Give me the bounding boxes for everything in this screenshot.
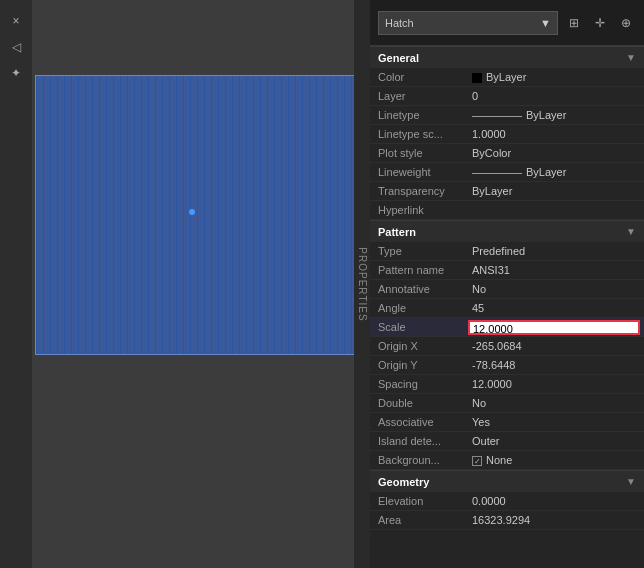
properties-content: General ▼ Color ByLayer Layer 0 Linetype… xyxy=(370,46,644,568)
transparency-row: Transparency ByLayer xyxy=(370,182,644,201)
close-icon[interactable]: × xyxy=(5,10,27,32)
angle-value[interactable]: 45 xyxy=(468,302,644,314)
elevation-row: Elevation 0.0000 xyxy=(370,492,644,511)
scale-value[interactable]: 12.0000 xyxy=(468,320,640,335)
layer-label: Layer xyxy=(378,90,468,102)
type-value[interactable]: Predefined xyxy=(468,245,644,257)
origin-y-value[interactable]: -78.6448 xyxy=(468,359,644,371)
color-value[interactable]: ByLayer xyxy=(468,71,644,83)
transparency-label: Transparency xyxy=(378,185,468,197)
elevation-value[interactable]: 0.0000 xyxy=(468,495,644,507)
svg-rect-1 xyxy=(36,76,354,354)
double-row: Double No xyxy=(370,394,644,413)
left-toolbar: × ◁ ✦ xyxy=(0,0,32,568)
area-label: Area xyxy=(378,514,468,526)
plot-style-value[interactable]: ByColor xyxy=(468,147,644,159)
linetype-value[interactable]: ByLayer xyxy=(468,109,644,121)
hyperlink-row: Hyperlink xyxy=(370,201,644,220)
lineweight-row: Lineweight ByLayer xyxy=(370,163,644,182)
associative-label: Associative xyxy=(378,416,468,428)
angle-label: Angle xyxy=(378,302,468,314)
pin-icon[interactable]: ◁ xyxy=(5,36,27,58)
area-row: Area 16323.9294 xyxy=(370,511,644,530)
background-label: Backgroun... xyxy=(378,454,468,466)
pattern-section-title: Pattern xyxy=(378,226,416,238)
color-row: Color ByLayer xyxy=(370,68,644,87)
associative-value[interactable]: Yes xyxy=(468,416,644,428)
drawing-canvas xyxy=(35,75,355,355)
pattern-name-row: Pattern name ANSI31 xyxy=(370,261,644,280)
origin-x-label: Origin X xyxy=(378,340,468,352)
linetype-scale-value[interactable]: 1.0000 xyxy=(468,128,644,140)
elevation-label: Elevation xyxy=(378,495,468,507)
scale-label: Scale xyxy=(378,321,468,333)
linetype-scale-row: Linetype sc... 1.0000 xyxy=(370,125,644,144)
angle-row: Angle 45 xyxy=(370,299,644,318)
spacing-label: Spacing xyxy=(378,378,468,390)
lineweight-sample xyxy=(472,173,522,174)
hatch-svg xyxy=(36,76,354,354)
associative-row: Associative Yes xyxy=(370,413,644,432)
top-bar: Hatch ▼ ⊞ ✛ ⊕ xyxy=(370,0,644,46)
spacing-row: Spacing 12.0000 xyxy=(370,375,644,394)
background-checkbox[interactable]: ✓ xyxy=(472,456,482,466)
hatch-dropdown-label: Hatch xyxy=(385,17,414,29)
origin-x-value[interactable]: -265.0684 xyxy=(468,340,644,352)
island-detection-row: Island dete... Outer xyxy=(370,432,644,451)
color-label: Color xyxy=(378,71,468,83)
layer-row: Layer 0 xyxy=(370,87,644,106)
linetype-scale-label: Linetype sc... xyxy=(378,128,468,140)
pattern-name-value[interactable]: ANSI31 xyxy=(468,264,644,276)
properties-label: PROPERTIES xyxy=(357,247,368,321)
linetype-sample xyxy=(472,116,522,117)
plot-style-row: Plot style ByColor xyxy=(370,144,644,163)
general-section-title: General xyxy=(378,52,419,64)
general-section-header[interactable]: General ▼ xyxy=(370,46,644,68)
dropdown-arrow-icon: ▼ xyxy=(540,17,551,29)
scale-row: Scale 12.0000 xyxy=(370,318,644,337)
island-detection-value[interactable]: Outer xyxy=(468,435,644,447)
copy-icon[interactable]: ⊞ xyxy=(564,13,584,33)
layer-value[interactable]: 0 xyxy=(468,90,644,102)
background-row: Backgroun... ✓None xyxy=(370,451,644,470)
annotative-value[interactable]: No xyxy=(468,283,644,295)
type-row: Type Predefined xyxy=(370,242,644,261)
pattern-name-label: Pattern name xyxy=(378,264,468,276)
hatch-dropdown[interactable]: Hatch ▼ xyxy=(378,11,558,35)
type-label: Type xyxy=(378,245,468,257)
island-detection-label: Island dete... xyxy=(378,435,468,447)
origin-y-row: Origin Y -78.6448 xyxy=(370,356,644,375)
properties-panel: Hatch ▼ ⊞ ✛ ⊕ General ▼ Color ByLayer La… xyxy=(370,0,644,568)
double-value[interactable]: No xyxy=(468,397,644,409)
geometry-section-title: Geometry xyxy=(378,476,429,488)
annotative-label: Annotative xyxy=(378,283,468,295)
settings-icon[interactable]: ✦ xyxy=(5,62,27,84)
double-label: Double xyxy=(378,397,468,409)
pattern-section-header[interactable]: Pattern ▼ xyxy=(370,220,644,242)
origin-x-row: Origin X -265.0684 xyxy=(370,337,644,356)
linetype-row: Linetype ByLayer xyxy=(370,106,644,125)
area-value[interactable]: 16323.9294 xyxy=(468,514,644,526)
transparency-value[interactable]: ByLayer xyxy=(468,185,644,197)
lineweight-label: Lineweight xyxy=(378,166,468,178)
hyperlink-label: Hyperlink xyxy=(378,204,468,216)
options-icon[interactable]: ⊕ xyxy=(616,13,636,33)
add-icon[interactable]: ✛ xyxy=(590,13,610,33)
annotative-row: Annotative No xyxy=(370,280,644,299)
geometry-section-arrow: ▼ xyxy=(626,476,636,487)
properties-label-container: PROPERTIES xyxy=(354,0,370,568)
pattern-section-arrow: ▼ xyxy=(626,226,636,237)
plot-style-label: Plot style xyxy=(378,147,468,159)
drawing-area: × ◁ ✦ PROPERTIES xyxy=(0,0,370,568)
geometry-section-header[interactable]: Geometry ▼ xyxy=(370,470,644,492)
background-value[interactable]: ✓None xyxy=(468,454,644,467)
general-section-arrow: ▼ xyxy=(626,52,636,63)
linetype-label: Linetype xyxy=(378,109,468,121)
lineweight-value[interactable]: ByLayer xyxy=(468,166,644,178)
origin-y-label: Origin Y xyxy=(378,359,468,371)
color-swatch xyxy=(472,73,482,83)
spacing-value[interactable]: 12.0000 xyxy=(468,378,644,390)
